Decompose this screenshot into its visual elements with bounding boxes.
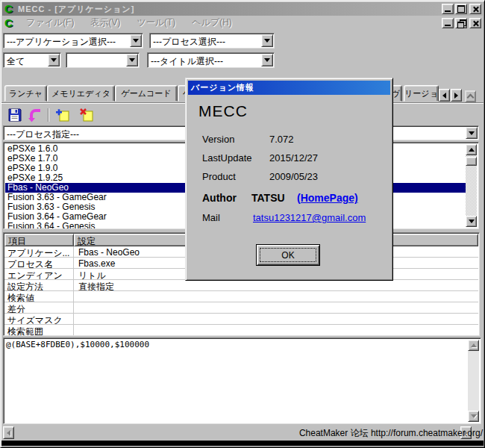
tab-scroll-right-button[interactable] [451, 89, 462, 102]
title-select-value: ---タイトル選択--- [151, 55, 223, 68]
floppy-save-icon [7, 108, 22, 122]
maximize-button[interactable] [455, 4, 467, 14]
table-row[interactable]: 検索範囲 [4, 325, 478, 336]
lastupdate-value: 2015/12/27 [269, 152, 318, 164]
note-delete-icon [79, 108, 94, 122]
cell-item: 検索値 [4, 291, 74, 302]
table-row[interactable]: 設定方法 直接指定 [4, 280, 478, 291]
minimize-button[interactable] [442, 4, 454, 14]
add-item-button[interactable] [55, 108, 70, 122]
delete-item-button[interactable] [79, 108, 94, 122]
chevron-up-icon [467, 94, 475, 102]
application-select-value: ---アプリケーション選択--- [7, 36, 116, 49]
scroll-down-button[interactable] [466, 216, 477, 227]
chevron-down-icon[interactable] [466, 127, 478, 139]
table-row[interactable]: 差分 [4, 302, 478, 314]
scroll-up-button-disabled [468, 340, 479, 351]
scroll-up-button[interactable] [466, 144, 477, 155]
cell-value [74, 302, 478, 313]
dialog-title: バージョン情報 [191, 82, 254, 93]
title-select-combo[interactable]: ---タイトル選択--- [147, 52, 275, 68]
ok-button-label: OK [260, 248, 316, 262]
column-header-item[interactable]: 項目 [4, 234, 74, 246]
version-info-dialog: バージョン情報 MECC Version 7.072 LastUpdate 20… [185, 78, 393, 281]
code-text: @(BASE+8FDBE0),$10000,$100000 [6, 340, 149, 349]
menu-help[interactable]: ヘルプ(H) [186, 16, 238, 29]
chevron-down-icon[interactable] [261, 34, 273, 47]
cell-value [74, 291, 478, 302]
title-bar[interactable]: C C MECC - [アプリケーション] [2, 2, 483, 16]
undo-button[interactable] [28, 108, 43, 122]
process-select-combo[interactable]: ---プロセス選択--- [149, 33, 275, 49]
tab-memory-editor[interactable]: メモリエディタ [47, 85, 115, 102]
tab-launcher[interactable]: ランチャ [4, 85, 47, 102]
collapse-panel-button[interactable] [465, 90, 476, 102]
code-scrollbar[interactable] [468, 340, 479, 422]
scrollbar-thumb[interactable] [466, 157, 477, 166]
menu-bar: C C ファイル(F) 表示(V) ツール(T) ヘルプ(H) [2, 16, 483, 30]
empty-combo[interactable] [66, 52, 140, 68]
cell-item: 設定方法 [4, 280, 74, 290]
mdi-restore-button[interactable] [455, 18, 467, 28]
chevron-down-icon[interactable] [130, 34, 142, 47]
mdi-child-icon: C C [4, 17, 16, 29]
mdi-minimize-button[interactable] [442, 18, 454, 28]
window-title: MECC - [アプリケーション] [18, 4, 134, 15]
cell-item: エンディアン [4, 269, 74, 279]
tab-scroll-left-button[interactable] [439, 89, 450, 102]
app-logo-icon: C C [4, 3, 16, 15]
ok-button[interactable]: OK [256, 244, 320, 266]
mdi-close-button[interactable] [469, 18, 481, 28]
cell-value [74, 325, 478, 335]
process-select-value: ---プロセス選択--- [153, 36, 225, 49]
svg-text:C: C [4, 17, 13, 29]
author-label: Author [202, 192, 237, 204]
cell-value: 直接指定 [74, 280, 478, 290]
status-bar-text: CheatMaker 论坛 http://forum.cheatmaker.or… [299, 427, 483, 440]
dialog-app-name: MECC [198, 102, 248, 120]
lastupdate-label: LastUpdate [202, 152, 252, 164]
code-textarea[interactable]: @(BASE+8FDBE0),$10000,$100000 [3, 337, 481, 424]
version-label: Version [202, 134, 234, 145]
process-spec-value: ---プロセス指定--- [7, 128, 79, 141]
svg-text:C: C [4, 3, 13, 15]
filter-all-value: 全て [7, 55, 25, 68]
cell-item: 差分 [4, 302, 74, 313]
homepage-link[interactable]: (HomePage) [297, 192, 358, 204]
cell-item: アプリケーシ... [4, 246, 74, 257]
chevron-down-icon[interactable] [126, 54, 138, 66]
mecc-window: { "window": { "title": "MECC - [アプリケーション… [0, 0, 485, 448]
tab-game-code[interactable]: ゲームコード [115, 85, 178, 102]
save-button[interactable] [7, 108, 22, 122]
chevron-down-icon[interactable] [261, 54, 273, 66]
scroll-left-button[interactable] [3, 426, 14, 439]
filter-all-combo[interactable]: 全て [3, 52, 61, 68]
tab-region[interactable]: リージョ [404, 85, 439, 102]
menu-file[interactable]: ファイル(F) [20, 16, 80, 29]
close-button[interactable] [469, 4, 481, 14]
curved-arrow-icon [28, 108, 43, 122]
list-scrollbar[interactable] [466, 144, 477, 227]
mail-label: Mail [202, 212, 220, 223]
menu-tools[interactable]: ツール(T) [131, 16, 181, 29]
application-select-combo[interactable]: ---アプリケーション選択--- [3, 33, 143, 49]
dialog-title-bar[interactable]: バージョン情報 [188, 81, 390, 95]
product-value: 2009/05/23 [269, 171, 318, 182]
cell-item: 検索範囲 [4, 325, 74, 335]
product-label: Product [202, 171, 236, 182]
cell-value [74, 314, 478, 324]
version-value: 7.072 [269, 134, 294, 145]
table-row[interactable]: サイズマスク [4, 314, 478, 325]
mail-link[interactable]: tatsu1231217@gmail.com [253, 212, 366, 223]
scroll-down-button-disabled [468, 411, 479, 422]
toolbar-separator [48, 108, 49, 122]
menu-view[interactable]: 表示(V) [84, 16, 126, 29]
table-row[interactable]: 検索値 [4, 291, 478, 302]
cell-item: プロセス名 [4, 258, 74, 268]
author-value: TATSU [251, 192, 285, 204]
note-add-icon [55, 108, 70, 122]
window-bottom-edge [1, 441, 484, 446]
chevron-down-icon[interactable] [48, 54, 60, 66]
cell-item: サイズマスク [4, 314, 74, 324]
